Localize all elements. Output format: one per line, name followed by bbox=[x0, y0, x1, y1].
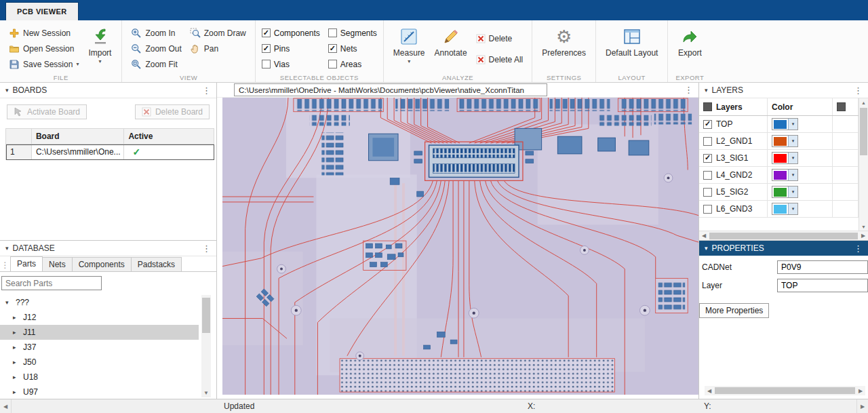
layers-extra-col-checkbox[interactable] bbox=[837, 102, 846, 111]
delete-button[interactable]: Delete bbox=[473, 31, 526, 46]
collapse-right-panel-icon[interactable]: ▶ bbox=[856, 399, 868, 413]
boards-collapse-icon[interactable]: ▾ bbox=[5, 87, 9, 94]
tree-item-j11[interactable]: ▸ J11 bbox=[0, 325, 199, 340]
boards-menu-icon[interactable]: ⋮ bbox=[202, 85, 211, 96]
properties-collapse-icon[interactable]: ▾ bbox=[705, 245, 708, 252]
delete-board-button[interactable]: Delete Board bbox=[135, 104, 210, 119]
segments-checkbox[interactable]: ✓ Segments bbox=[328, 25, 377, 41]
layers-collapse-icon[interactable]: ▾ bbox=[705, 87, 708, 94]
tree-collapsed-icon[interactable]: ▸ bbox=[13, 374, 18, 380]
tab-components[interactable]: Components bbox=[72, 257, 132, 271]
layers-vertical-scrollbar[interactable]: ▲ ▼ bbox=[859, 98, 868, 231]
layers-scroll-left-icon[interactable]: ◀ bbox=[699, 233, 709, 239]
import-button[interactable]: Import ▾ bbox=[84, 25, 115, 64]
boards-col-active: Active bbox=[124, 129, 214, 144]
annotate-button[interactable]: Annotate bbox=[431, 25, 471, 58]
more-properties-button[interactable]: More Properties bbox=[699, 303, 769, 318]
layer-color-dropdown[interactable]: ▾ bbox=[772, 135, 798, 147]
tree-collapsed-icon[interactable]: ▸ bbox=[13, 329, 18, 336]
preferences-button[interactable]: ⚙ Preferences bbox=[538, 25, 589, 58]
layer-color-dropdown[interactable]: ▾ bbox=[772, 203, 798, 215]
properties-hscrollbar-thumb[interactable] bbox=[715, 387, 855, 394]
layer-row-l2-gnd1[interactable]: ✓L2_GND1 ▾ bbox=[699, 133, 859, 150]
export-button[interactable]: Export bbox=[674, 25, 705, 58]
save-session-caret-icon[interactable]: ▾ bbox=[76, 61, 79, 67]
properties-horizontal-scrollbar[interactable]: ◀ ▶ bbox=[705, 386, 865, 395]
layer-field[interactable] bbox=[777, 279, 868, 292]
layers-scroll-right-icon[interactable]: ▶ bbox=[859, 233, 868, 239]
layer-row-l4-gnd2[interactable]: ✓L4_GND2 ▾ bbox=[699, 167, 859, 184]
layer-row-l6-gnd3[interactable]: ✓L6_GND3 ▾ bbox=[699, 201, 859, 218]
layer-visible-checkbox[interactable]: ✓ bbox=[703, 205, 712, 214]
tree-expand-icon[interactable]: ▾ bbox=[5, 299, 11, 306]
database-collapse-icon[interactable]: ▾ bbox=[5, 245, 9, 252]
tree-item-j37[interactable]: ▸ J37 bbox=[0, 340, 199, 355]
layers-scroll-up-icon[interactable]: ▲ bbox=[859, 98, 868, 106]
layer-visible-checkbox[interactable]: ✓ bbox=[703, 137, 712, 146]
save-session-button[interactable]: Save Session ▾ bbox=[6, 56, 81, 72]
tree-scrollbar-thumb[interactable] bbox=[202, 298, 210, 333]
search-parts-input[interactable] bbox=[1, 276, 102, 290]
tree-collapsed-icon[interactable]: ▸ bbox=[13, 359, 18, 366]
delete-all-button[interactable]: Delete All bbox=[473, 52, 526, 67]
zoom-draw-button[interactable]: Zoom Draw bbox=[187, 25, 249, 41]
zoom-in-button[interactable]: Zoom In bbox=[128, 25, 184, 41]
pan-button[interactable]: Pan bbox=[187, 41, 249, 56]
open-session-button[interactable]: Open Session bbox=[6, 41, 81, 56]
layer-visible-checkbox[interactable]: ✓ bbox=[703, 120, 712, 129]
tab-padstacks[interactable]: Padstacks bbox=[131, 257, 182, 271]
layer-color-dropdown[interactable]: ▾ bbox=[772, 152, 798, 164]
layer-row-l3-sig1[interactable]: ✓L3_SIG1 ▾ bbox=[699, 150, 859, 167]
tree-scroll-down-icon[interactable]: ▼ bbox=[201, 389, 211, 397]
collapse-left-panel-icon[interactable]: ◀ bbox=[0, 399, 12, 413]
tab-pcb-viewer[interactable]: PCB VIEWER bbox=[5, 2, 79, 20]
properties-menu-icon[interactable]: ⋮ bbox=[854, 243, 863, 254]
board-path-input[interactable] bbox=[234, 83, 547, 96]
layer-color-dropdown[interactable]: ▾ bbox=[772, 118, 798, 130]
tab-grip-icon[interactable]: ⋮ bbox=[0, 260, 10, 271]
layers-horizontal-scrollbar[interactable]: ◀ ▶ bbox=[699, 231, 868, 240]
areas-checkbox[interactable]: ✓ Areas bbox=[328, 56, 377, 72]
cadnet-field[interactable] bbox=[777, 260, 868, 274]
properties-scroll-left-icon[interactable]: ◀ bbox=[705, 388, 714, 394]
layer-visible-checkbox[interactable]: ✓ bbox=[703, 188, 712, 197]
pins-checkbox[interactable]: ✓ Pins bbox=[262, 41, 320, 56]
board-row[interactable]: 1 C:\Users\mmiller\One... ✓ bbox=[6, 144, 214, 160]
layers-menu-icon[interactable]: ⋮ bbox=[854, 85, 863, 96]
layer-visible-checkbox[interactable]: ✓ bbox=[703, 154, 712, 163]
tree-item-j50[interactable]: ▸ J50 bbox=[0, 355, 199, 370]
pcb-canvas[interactable] bbox=[217, 98, 698, 399]
tab-nets[interactable]: Nets bbox=[42, 257, 73, 271]
layers-all-checkbox[interactable] bbox=[703, 102, 712, 111]
tree-item-u18[interactable]: ▸ U18 bbox=[0, 370, 199, 385]
layers-hscrollbar-thumb[interactable] bbox=[709, 233, 858, 239]
zoom-fit-button[interactable]: Zoom Fit bbox=[128, 56, 184, 72]
layer-row-l5-sig2[interactable]: ✓L5_SIG2 ▾ bbox=[699, 184, 859, 201]
tree-collapsed-icon[interactable]: ▸ bbox=[13, 314, 18, 321]
new-session-button[interactable]: New Session bbox=[6, 25, 81, 41]
layer-color-dropdown[interactable]: ▾ bbox=[772, 186, 798, 198]
layer-color-dropdown[interactable]: ▾ bbox=[772, 169, 798, 181]
tree-item-j12[interactable]: ▸ J12 bbox=[0, 310, 199, 325]
tree-scrollbar[interactable]: ▼ bbox=[201, 295, 211, 397]
layers-scroll-down-icon[interactable]: ▼ bbox=[859, 222, 868, 231]
nets-checkbox[interactable]: ✓ Nets bbox=[328, 41, 377, 56]
vias-checkbox[interactable]: ✓ Vias bbox=[262, 56, 320, 72]
layer-visible-checkbox[interactable]: ✓ bbox=[703, 171, 712, 180]
tree-item-u97[interactable]: ▸ U97 bbox=[0, 385, 199, 399]
canvas-menu-icon[interactable]: ⋮ bbox=[684, 85, 693, 95]
tab-parts[interactable]: Parts bbox=[10, 256, 43, 271]
tree-root-label: ??? bbox=[16, 298, 29, 307]
layers-scrollbar-thumb[interactable] bbox=[860, 108, 867, 155]
layer-row-top[interactable]: ✓TOP ▾ bbox=[699, 116, 859, 133]
default-layout-button[interactable]: Default Layout bbox=[602, 25, 661, 58]
activate-board-button[interactable]: Activate Board bbox=[7, 104, 87, 119]
components-checkbox[interactable]: ✓ Components bbox=[262, 25, 320, 41]
zoom-out-button[interactable]: Zoom Out bbox=[128, 41, 184, 56]
properties-scroll-right-icon[interactable]: ▶ bbox=[856, 388, 865, 394]
tree-collapsed-icon[interactable]: ▸ bbox=[13, 344, 18, 351]
database-menu-icon[interactable]: ⋮ bbox=[202, 243, 211, 254]
tree-collapsed-icon[interactable]: ▸ bbox=[13, 389, 18, 395]
measure-button[interactable]: Measure ▾ bbox=[390, 25, 429, 64]
tree-root[interactable]: ▾ ??? bbox=[0, 295, 199, 310]
